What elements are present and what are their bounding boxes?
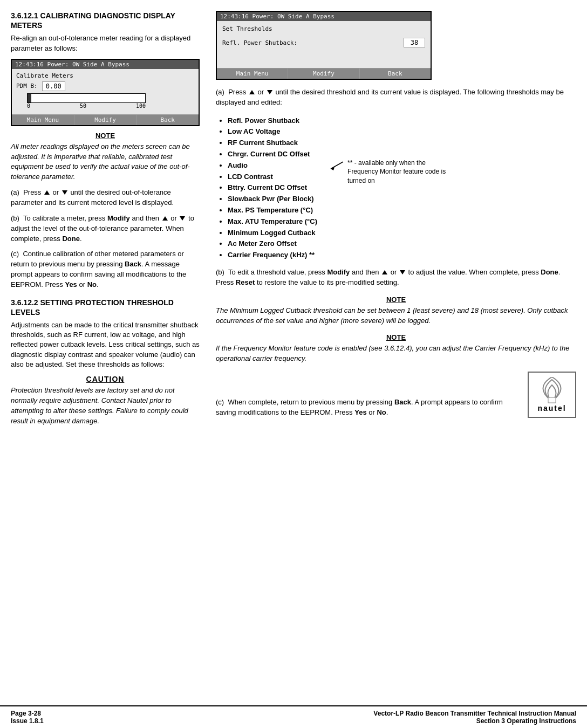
- modify-bold2: Modify: [327, 268, 350, 276]
- lcd1-header: 12:43:16 Power: 0W Side A Bypass: [12, 60, 199, 69]
- lcd1-back-btn[interactable]: Back: [136, 115, 199, 125]
- no-bold1: No: [87, 280, 97, 289]
- svg-rect-2: [548, 397, 556, 403]
- step-b-right: (b) To edit a threshold value, press Mod…: [216, 267, 576, 288]
- annotation-container: ** - available only when the Frequency M…: [328, 159, 447, 186]
- step-a-right: (a) Press or until the desired threshold…: [216, 87, 576, 108]
- note3-text: If the Frequency Monitor feature code is…: [216, 344, 576, 364]
- done-bold: Done: [62, 235, 80, 243]
- page: 3.6.12.1 CALIBRATING DIAGNOSTIC DISPLAY …: [0, 0, 587, 728]
- note2-title: NOTE: [216, 296, 576, 304]
- content-area: 3.6.12.1 CALIBRATING DIAGNOSTIC DISPLAY …: [0, 0, 587, 705]
- lcd2-label1-row: Set Thresholds: [222, 25, 425, 32]
- lcd1-main-menu-btn[interactable]: Main Menu: [12, 115, 74, 125]
- note2: NOTE The Minimum Logged Cutback threshol…: [216, 296, 576, 326]
- lcd2-header: 12:43:16 Power: 0W Side A Bypass: [217, 12, 431, 21]
- note1-title: NOTE: [11, 132, 200, 140]
- step-c-left: (c) Continue calibration of other metere…: [11, 249, 200, 290]
- lcd1-header-text: 12:43:16 Power: 0W Side A Bypass: [15, 61, 129, 68]
- step-c-and-logo-row: (c) When complete, return to previous me…: [216, 372, 576, 423]
- step-b-right-label: (b): [216, 268, 228, 276]
- bullet-max-atu: Max. ATU Temperature (°C): [228, 216, 317, 228]
- bullet-slowback: Slowback Pwr (Per Block): [228, 194, 317, 205]
- no-bold2: No: [377, 408, 386, 416]
- lcd2-body: Set Thresholds Refl. Power Shutback: 38: [217, 21, 431, 68]
- section1-intro: Re-align an out-of-tolerance meter readi…: [11, 33, 200, 53]
- bullet-carrier: Carrier Frequency (kHz) **: [228, 250, 317, 261]
- scale-end: 100: [136, 103, 146, 109]
- step-a-left: (a) Press or until the desired out-of-to…: [11, 188, 200, 208]
- lcd1-meter-fill: [28, 94, 31, 102]
- nautel-label: nautel: [537, 404, 566, 413]
- lcd1-meter-scale: 0 50 100: [27, 103, 146, 109]
- step-b-left-label: (b): [11, 214, 23, 222]
- note2-text: The Minimum Logged Cutback threshold can…: [216, 306, 576, 326]
- lcd2-label2: Refl. Power Shutback:: [222, 39, 297, 46]
- section2-intro: Adjustments can be made to the critical …: [11, 320, 200, 369]
- section1-title: 3.6.12.1 CALIBRATING DIAGNOSTIC DISPLAY …: [11, 11, 200, 30]
- step-a-right-text: Press or until the desired threshold and…: [216, 88, 564, 106]
- yes-bold1: Yes: [65, 280, 77, 289]
- scale-mid: 50: [80, 103, 86, 109]
- footer-issue: Issue 1.8.1: [11, 717, 44, 725]
- bullet-min-logged: Minimum Logged Cutback: [228, 228, 317, 239]
- note3: NOTE If the Frequency Monitor feature co…: [216, 333, 576, 364]
- lcd2-modify-btn[interactable]: Modify: [288, 68, 359, 79]
- back-bold1: Back: [125, 260, 141, 268]
- footer-manual-title: Vector-LP Radio Beacon Transmitter Techn…: [373, 710, 576, 717]
- lcd1-label1: Calibrate Meters: [16, 72, 73, 79]
- lcd-display-2: 12:43:16 Power: 0W Side A Bypass Set Thr…: [216, 11, 432, 80]
- scale-start: 0: [27, 103, 30, 109]
- bullet-max-ps: Max. PS Temperature (°C): [228, 205, 317, 216]
- bullet-audio: Audio: [228, 160, 317, 171]
- step-b-left: (b) To calibrate a meter, press Modify a…: [11, 214, 200, 244]
- step-a-right-label: (a): [216, 88, 228, 96]
- threshold-bullet-list: Refl. Power Shutback Low AC Voltage RF C…: [216, 115, 317, 261]
- done-bold2: Done: [541, 268, 558, 276]
- lcd2-value-row: Refl. Power Shutback: 38: [222, 38, 425, 47]
- caution-text: Protection threshold levels are factory …: [11, 386, 200, 426]
- nautel-logo: nautel: [528, 372, 576, 418]
- yes-bold2: Yes: [354, 408, 366, 416]
- lcd2-value: 38: [404, 38, 425, 47]
- annotation-text: ** - available only when the Frequency M…: [347, 159, 447, 186]
- step-b-right-text: To edit a threshold value, press Modify …: [216, 268, 560, 286]
- note3-title: NOTE: [216, 333, 576, 341]
- footer-left: Page 3-28 Issue 1.8.1: [11, 710, 44, 725]
- lcd1-modify-btn[interactable]: Modify: [74, 115, 137, 125]
- lcd2-main-menu-btn[interactable]: Main Menu: [217, 68, 288, 79]
- caution-title: CAUTION: [11, 375, 200, 383]
- bullets-annotation-row: Refl. Power Shutback Low AC Voltage RF C…: [216, 115, 576, 267]
- step-a-left-text: Press or until the desired out-of-tolera…: [11, 188, 174, 207]
- lcd1-meter-bar: [27, 93, 146, 103]
- lcd1-footer: Main Menu Modify Back: [12, 114, 199, 125]
- lcd1-value-row: PDM B: 0.00: [16, 81, 194, 91]
- lcd2-spacer: [222, 53, 425, 64]
- nautel-waves-svg: [533, 377, 571, 404]
- annotation-arrow-icon: [328, 161, 344, 174]
- footer-section: Section 3 Operating Instructions: [373, 717, 576, 725]
- step-c-left-label: (c): [11, 250, 23, 258]
- bullet-rf-current: RF Current Shutback: [228, 138, 317, 149]
- lcd2-footer: Main Menu Modify Back: [217, 68, 431, 79]
- lcd1-value: 0.00: [42, 81, 65, 91]
- right-column: 12:43:16 Power: 0W Side A Bypass Set Thr…: [210, 11, 576, 700]
- note1: NOTE All meter readings displayed on the…: [11, 132, 200, 182]
- page-footer: Page 3-28 Issue 1.8.1 Vector-LP Radio Be…: [0, 705, 587, 728]
- caution-box: CAUTION Protection threshold levels are …: [11, 375, 200, 426]
- bullet-chrgr: Chrgr. Current DC Offset: [228, 149, 317, 160]
- lcd1-body: Calibrate Meters PDM B: 0.00 0 50 10: [12, 69, 199, 114]
- bullet-ac-meter: Ac Meter Zero Offset: [228, 238, 317, 250]
- note1-text: All meter readings displayed on the mete…: [11, 142, 200, 182]
- back-bold2: Back: [394, 398, 411, 406]
- step-c-right: (c) When complete, return to previous me…: [216, 397, 511, 418]
- step-c-left-text: Continue calibration of other metered pa…: [11, 250, 186, 289]
- footer-page: Page 3-28: [11, 710, 44, 717]
- bullet-bttry: Bttry. Current DC Offset: [228, 182, 317, 194]
- section2-title: 3.6.12.2 SETTING PROTECTION THRESHOLD LE…: [11, 298, 200, 317]
- lcd1-label1-row: Calibrate Meters: [16, 72, 194, 79]
- bullet-lcd: LCD Contrast: [228, 171, 317, 183]
- lcd2-back-btn[interactable]: Back: [360, 68, 431, 79]
- svg-line-0: [331, 162, 343, 169]
- step-b-left-text: To calibrate a meter, press Modify and t…: [11, 214, 194, 243]
